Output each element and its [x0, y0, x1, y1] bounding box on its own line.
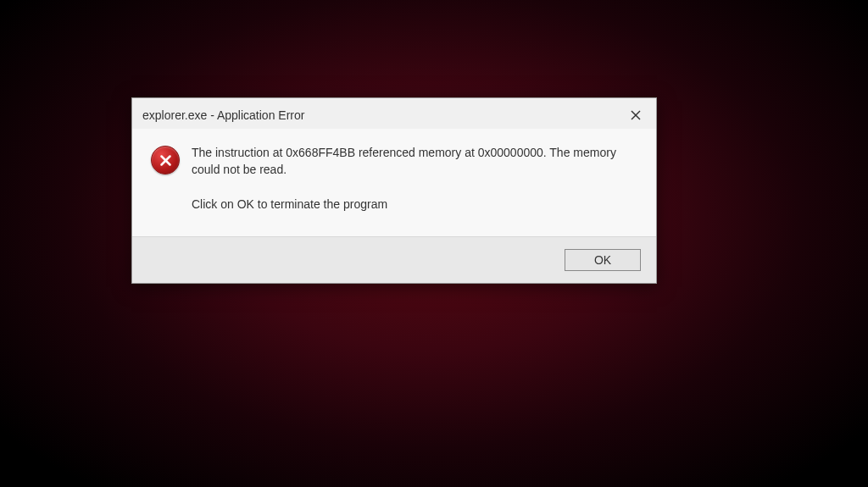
close-button[interactable]: [624, 105, 648, 125]
error-icon: [151, 146, 180, 174]
ok-button[interactable]: OK: [565, 249, 641, 271]
error-message-instruction: Click on OK to terminate the program: [192, 196, 637, 213]
error-icon-wrap: [151, 144, 180, 213]
button-bar: OK: [132, 236, 656, 283]
error-dialog: explorer.exe - Application Error The ins…: [131, 97, 657, 284]
dialog-content: The instruction at 0x668FF4BB referenced…: [132, 129, 656, 236]
message-area: The instruction at 0x668FF4BB referenced…: [192, 144, 637, 213]
close-icon: [631, 110, 641, 120]
dialog-title: explorer.exe - Application Error: [142, 108, 304, 122]
error-message-main: The instruction at 0x668FF4BB referenced…: [192, 144, 637, 179]
titlebar: explorer.exe - Application Error: [132, 98, 656, 129]
